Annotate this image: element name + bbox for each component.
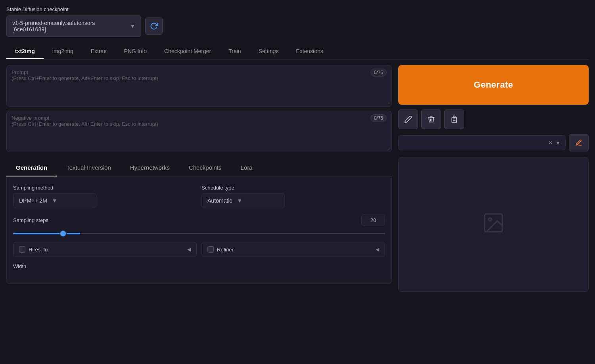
hires-fix-triangle: ◀ (187, 247, 191, 252)
tab-checkpoint-merger[interactable]: Checkpoint Merger (155, 44, 220, 59)
right-panel: Generate (398, 65, 589, 292)
refiner-checkbox[interactable] (207, 246, 214, 253)
trash-button[interactable] (421, 109, 441, 129)
prompt-input[interactable] (12, 69, 387, 101)
main-content: 0/75 ⌟ 0/75 ⌟ Generation Textual Inversi… (6, 59, 589, 292)
refiner-triangle: ◀ (376, 247, 379, 252)
sampling-row: Sampling method DPM++ 2M ▼ Schedule type… (13, 185, 385, 208)
svg-point-5 (489, 218, 492, 221)
chevron-down-icon: ▼ (130, 23, 135, 29)
generation-settings: Sampling method DPM++ 2M ▼ Schedule type… (6, 177, 392, 284)
width-group: Width (13, 263, 385, 269)
generate-button[interactable]: Generate (398, 65, 589, 105)
steps-value[interactable]: 20 (361, 215, 385, 226)
steps-row: Sampling steps 20 (13, 215, 385, 226)
tab-img2img[interactable]: img2img (44, 44, 82, 59)
image-placeholder-icon (482, 211, 505, 238)
style-row: ✕ ▼ (398, 134, 589, 151)
refiner-item[interactable]: Refiner ◀ (202, 242, 385, 257)
tab-settings[interactable]: Settings (250, 44, 288, 59)
schedule-type-arrow: ▼ (237, 197, 242, 204)
tab-train[interactable]: Train (220, 44, 250, 59)
left-panel: 0/75 ⌟ 0/75 ⌟ Generation Textual Inversi… (6, 65, 392, 292)
subtab-lora[interactable]: Lora (231, 159, 262, 176)
steps-label: Sampling steps (13, 217, 357, 223)
sampling-method-group: Sampling method DPM++ 2M ▼ (13, 185, 197, 208)
sampling-method-dropdown[interactable]: DPM++ 2M ▼ (13, 193, 96, 208)
checkpoint-select[interactable]: v1-5-pruned-emaonly.safetensors [6ce0161… (6, 15, 141, 37)
sampling-method-label: Sampling method (13, 185, 197, 191)
clipboard-button[interactable] (444, 109, 464, 129)
sampling-method-arrow: ▼ (52, 197, 58, 204)
checkpoint-label: Stable Diffusion checkpoint (6, 6, 589, 12)
schedule-type-value: Automatic (207, 197, 232, 204)
checkbox-row: Hires. fix ◀ Refiner ◀ (13, 242, 385, 257)
steps-group: Sampling steps 20 (13, 215, 385, 236)
prompt-area: 0/75 ⌟ (6, 65, 392, 107)
prompt-token-count: 0/75 (370, 69, 387, 77)
style-apply-button[interactable] (569, 134, 589, 151)
main-nav-tabs: txt2img img2img Extras PNG Info Checkpoi… (6, 44, 589, 59)
refiner-label: Refiner (217, 247, 234, 253)
style-clear-button[interactable]: ✕ (548, 140, 553, 146)
negative-token-count: 0/75 (370, 114, 387, 122)
hires-fix-item[interactable]: Hires. fix ◀ (13, 242, 197, 257)
image-preview (398, 157, 589, 292)
steps-slider[interactable] (13, 233, 385, 234)
pencil-button[interactable] (398, 109, 418, 129)
sub-tabs: Generation Textual Inversion Hypernetwor… (6, 159, 392, 177)
schedule-type-dropdown[interactable]: Automatic ▼ (202, 193, 285, 208)
schedule-type-group: Schedule type Automatic ▼ (202, 185, 385, 208)
resize-handle[interactable]: ⌟ (388, 99, 390, 105)
style-dropdown-arrow: ▼ (555, 140, 560, 146)
subtab-textual-inversion[interactable]: Textual Inversion (57, 159, 121, 176)
subtab-checkpoints[interactable]: Checkpoints (179, 159, 231, 176)
hires-fix-checkbox[interactable] (19, 246, 25, 253)
checkpoint-value: v1-5-pruned-emaonly.safetensors [6ce0161… (12, 20, 127, 33)
app-container: Stable Diffusion checkpoint v1-5-pruned-… (0, 0, 595, 292)
steps-slider-container (13, 229, 385, 236)
tab-extras[interactable]: Extras (82, 44, 115, 59)
action-buttons (398, 109, 589, 129)
subtab-hypernetworks[interactable]: Hypernetworks (121, 159, 179, 176)
subtab-generation[interactable]: Generation (6, 159, 57, 176)
sampling-method-value: DPM++ 2M (19, 197, 47, 204)
tab-extensions[interactable]: Extensions (287, 44, 332, 59)
schedule-type-label: Schedule type (202, 185, 385, 191)
width-label: Width (13, 263, 385, 269)
tab-txt2img[interactable]: txt2img (6, 44, 44, 59)
style-select[interactable]: ✕ ▼ (398, 135, 566, 150)
hires-fix-label: Hires. fix (29, 247, 49, 253)
tab-png-info[interactable]: PNG Info (115, 44, 155, 59)
refresh-button[interactable] (145, 17, 163, 35)
checkpoint-row: v1-5-pruned-emaonly.safetensors [6ce0161… (6, 15, 589, 37)
negative-resize-handle[interactable]: ⌟ (388, 145, 390, 150)
negative-prompt-area: 0/75 ⌟ (6, 111, 392, 152)
negative-prompt-input[interactable] (12, 115, 387, 147)
